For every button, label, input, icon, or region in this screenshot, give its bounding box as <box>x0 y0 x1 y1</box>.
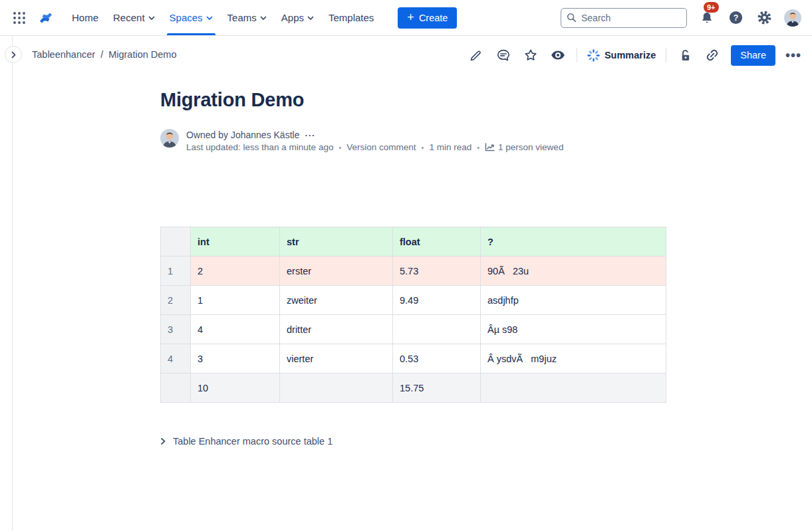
nav-home-label: Home <box>72 12 98 23</box>
table-header-row: int str float ? <box>161 227 666 257</box>
nav-home[interactable]: Home <box>69 0 101 35</box>
watch-button[interactable] <box>549 47 567 64</box>
table-cell[interactable]: 15.75 <box>393 373 481 403</box>
expand-macro-section[interactable]: Table Enhancer macro source table 1 <box>160 436 812 447</box>
app-switcher-icon[interactable] <box>11 9 28 27</box>
column-header[interactable]: str <box>280 227 393 257</box>
user-avatar[interactable] <box>784 9 801 27</box>
owner-avatar[interactable] <box>160 129 179 148</box>
breadcrumb-current-page[interactable]: Migration Demo <box>108 49 176 60</box>
expand-section-label: Table Enhancer macro source table 1 <box>173 436 333 447</box>
meta-separator: • <box>338 144 341 152</box>
row-number[interactable]: 3 <box>161 315 191 344</box>
column-header[interactable]: int <box>191 227 280 257</box>
column-header[interactable]: ? <box>481 227 666 257</box>
row-number <box>161 373 191 403</box>
owner-avatar-photo <box>160 129 179 148</box>
row-number[interactable]: 4 <box>161 344 191 373</box>
search-icon <box>567 13 577 23</box>
help-button[interactable]: ? <box>727 9 744 27</box>
byline: Owned by Johannes Kästle ··· Last update… <box>160 129 812 152</box>
table-cell[interactable]: 10 <box>191 373 280 403</box>
edit-button[interactable] <box>468 47 485 64</box>
table-cell[interactable]: Âµ s98 <box>481 315 666 344</box>
table-cell[interactable]: 9.49 <box>393 286 481 315</box>
row-number[interactable]: 2 <box>161 286 191 315</box>
table-cell[interactable]: 3 <box>191 344 280 373</box>
table-cell[interactable] <box>393 315 481 344</box>
search-input[interactable] <box>581 13 681 23</box>
top-navigation-bar: Home Recent Spaces Teams Apps Templates <box>0 0 812 36</box>
share-button[interactable]: Share <box>731 45 775 66</box>
breadcrumb-space-link[interactable]: Tableenhancer <box>32 49 95 60</box>
gear-icon <box>757 10 772 25</box>
row-number[interactable]: 1 <box>161 257 191 286</box>
table-cell[interactable]: Â ysdvÃ m9juz <box>481 344 666 373</box>
page-header-bar: Tableenhancer / Migration Demo <box>0 36 812 74</box>
bell-icon <box>700 11 714 25</box>
table-summary-row: 10 15.75 <box>161 373 666 403</box>
settings-button[interactable] <box>755 9 773 27</box>
table-row: 3 4 dritter Âµ s98 <box>161 315 666 344</box>
row-number-header <box>161 227 191 257</box>
notification-badge: 9+ <box>704 2 719 13</box>
expand-sidebar-button[interactable] <box>5 46 22 63</box>
unlock-icon <box>678 49 692 62</box>
column-header[interactable]: float <box>393 227 481 257</box>
comment-button[interactable] <box>495 47 512 64</box>
search-box[interactable] <box>561 8 687 28</box>
nav-teams[interactable]: Teams <box>225 0 269 35</box>
nav-spaces[interactable]: Spaces <box>167 0 215 35</box>
chevron-right-icon <box>11 51 17 58</box>
table-cell[interactable]: 4 <box>191 315 280 344</box>
last-updated-text[interactable]: Last updated: less than a minute ago <box>186 142 333 152</box>
ai-sparkle-icon <box>587 49 600 62</box>
table-cell[interactable]: vierter <box>280 344 393 373</box>
byline-more-button[interactable]: ··· <box>305 130 315 140</box>
views-label: 1 person viewed <box>498 142 563 152</box>
toolbar-divider <box>577 48 577 62</box>
owned-by-text[interactable]: Owned by Johannes Kästle <box>186 130 299 140</box>
nav-apps[interactable]: Apps <box>279 0 317 35</box>
page-actions-toolbar: Summarize Share <box>468 44 801 66</box>
table-cell[interactable]: zweiter <box>280 286 393 315</box>
table-cell[interactable]: dritter <box>280 315 393 344</box>
read-time-text: 1 min read <box>429 142 472 152</box>
nav-teams-label: Teams <box>227 12 257 23</box>
summarize-button[interactable]: Summarize <box>587 49 656 62</box>
question-icon: ? <box>728 10 744 25</box>
chevron-down-icon <box>206 16 213 21</box>
restrictions-button[interactable] <box>676 47 694 64</box>
table-cell[interactable]: 5.73 <box>393 257 481 286</box>
nav-templates[interactable]: Templates <box>326 0 376 35</box>
nav-recent-label: Recent <box>113 12 145 23</box>
copy-link-button[interactable] <box>704 47 721 64</box>
toolbar-divider <box>666 48 666 62</box>
star-button[interactable] <box>522 47 539 64</box>
confluence-logo-icon[interactable] <box>36 9 56 27</box>
version-comment-link[interactable]: Version comment <box>346 142 416 152</box>
table-cell[interactable] <box>481 373 666 403</box>
table-row: 2 1 zweiter 9.49 asdjhfp <box>161 286 666 315</box>
table-cell[interactable] <box>280 373 393 403</box>
notifications-button[interactable]: 9+ <box>698 9 716 27</box>
table-cell[interactable]: asdjhfp <box>481 286 666 315</box>
create-button[interactable]: + Create <box>398 7 457 29</box>
more-actions-button[interactable]: ••• <box>785 52 801 58</box>
summarize-label: Summarize <box>605 50 656 60</box>
breadcrumb-separator: / <box>100 49 103 60</box>
nav-templates-label: Templates <box>329 12 374 23</box>
page-body: Migration Demo Owned by Johannes Kästle … <box>0 89 812 447</box>
table-cell[interactable]: erster <box>280 257 393 286</box>
table-cell[interactable]: 2 <box>191 257 280 286</box>
chevron-down-icon <box>260 16 267 21</box>
table-cell[interactable]: 0.53 <box>393 344 481 373</box>
nav-recent[interactable]: Recent <box>110 0 158 35</box>
table-cell[interactable]: 1 <box>191 286 280 315</box>
table-cell[interactable]: 90Ã 23u <box>481 257 666 286</box>
eye-icon <box>550 47 566 63</box>
meta-separator: • <box>422 144 424 152</box>
views-link[interactable]: 1 person viewed <box>485 142 563 152</box>
primary-nav: Home Recent Spaces Teams Apps Templates <box>69 0 386 35</box>
pencil-icon <box>469 49 483 62</box>
